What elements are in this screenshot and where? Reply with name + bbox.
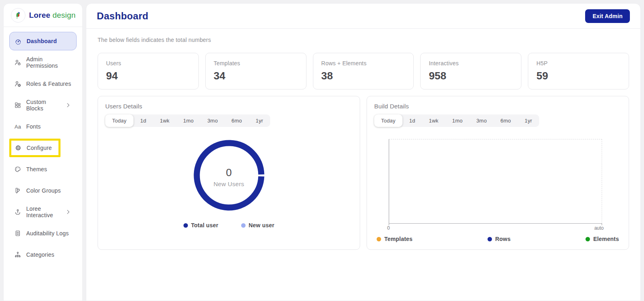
new-user-dot-icon (241, 223, 246, 228)
x-axis-tick (389, 223, 389, 225)
sidebar-item-auditability-logs[interactable]: Auditability Logs (9, 224, 77, 243)
legend-item-new-user: New user (241, 222, 275, 228)
sidebar-item-loree-interactive[interactable]: Loree Interactive (9, 203, 77, 221)
build-chart-plot (389, 139, 602, 224)
tab-3mo[interactable]: 3mo (469, 114, 494, 127)
legend-label: New user (249, 222, 275, 228)
blocks-icon (14, 102, 21, 109)
stat-label: Interactives (429, 60, 513, 66)
users-details-tabbar: Today 1d 1wk 1mo 3mo 6mo 1yr (105, 114, 270, 127)
tab-today[interactable]: Today (374, 114, 402, 127)
stat-label: Templates (214, 60, 298, 66)
sidebar-nav: Dashboard Admin Permissions Roles & Feat… (4, 27, 82, 264)
brand-header: Loree design (4, 4, 82, 27)
page-title: Dashboard (97, 10, 148, 22)
sidebar-item-categories[interactable]: Categories (9, 245, 77, 264)
main-header: Dashboard Exit Admin (86, 4, 640, 29)
user-gear-icon (14, 80, 21, 87)
stat-card-templates: Templates 34 (205, 53, 306, 89)
build-details-card: Build Details Today 1d 1wk 1mo 3mo 6mo 1… (367, 96, 629, 250)
logs-icon (14, 230, 21, 237)
legend-label: Elements (593, 236, 619, 242)
legend-item-rows: Rows (488, 236, 511, 242)
stat-label: Rows + Elements (321, 60, 406, 66)
sidebar: Loree design Dashboard Admin Permissions… (3, 3, 83, 301)
templates-dot-icon (377, 237, 381, 241)
brand-name-primary: Loree (29, 11, 50, 19)
sidebar-item-label: Themes (26, 166, 47, 172)
tab-1wk[interactable]: 1wk (153, 114, 177, 127)
sidebar-item-label: Roles & Features (26, 81, 71, 87)
tab-1d[interactable]: 1d (133, 114, 153, 127)
sidebar-item-label: Dashboard (27, 38, 57, 44)
build-legend: Templates Rows Elements (377, 236, 619, 242)
page-subtitle: The below fields indicates the total num… (86, 29, 640, 46)
categories-icon (14, 251, 21, 258)
tab-1yr[interactable]: 1yr (249, 114, 270, 127)
users-details-card: Users Details Today 1d 1wk 1mo 3mo 6mo 1… (98, 96, 360, 250)
fonts-icon: Aa (14, 123, 21, 130)
x-axis-label-max: auto (594, 225, 604, 231)
tab-today[interactable]: Today (105, 114, 133, 127)
sidebar-item-roles-features[interactable]: Roles & Features (9, 75, 77, 93)
sidebar-item-dashboard[interactable]: Dashboard (9, 32, 77, 50)
stat-value: 38 (321, 70, 406, 82)
legend-item-elements: Elements (586, 236, 619, 242)
legend-item-total-user: Total user (183, 222, 219, 228)
legend-label: Templates (384, 236, 413, 242)
sidebar-item-fonts[interactable]: Aa Fonts (9, 117, 77, 136)
stat-value: 958 (429, 70, 513, 82)
x-axis-tick (602, 223, 602, 225)
sidebar-item-color-groups[interactable]: Color Groups (9, 181, 77, 200)
stat-label: Users (106, 60, 190, 66)
palette-icon (14, 166, 21, 173)
tab-1d[interactable]: 1d (402, 114, 422, 127)
tab-6mo[interactable]: 6mo (494, 114, 518, 127)
sidebar-item-label: Configure (27, 145, 52, 151)
user-lock-icon (14, 59, 21, 66)
build-details-title: Build Details (374, 103, 621, 110)
chevron-right-icon (65, 208, 72, 216)
brand-name: Loree design (29, 11, 75, 20)
gauge-icon (15, 37, 22, 45)
stat-value: 34 (214, 70, 298, 82)
stat-value: 59 (536, 70, 621, 82)
stat-card-h5p: H5P 59 (528, 53, 629, 89)
sidebar-item-label: Color Groups (26, 187, 61, 194)
interactive-icon (14, 208, 21, 216)
sidebar-item-label: Categories (26, 251, 54, 258)
total-user-dot-icon (183, 223, 188, 228)
gear-icon (15, 144, 22, 152)
chevron-right-icon (65, 102, 72, 109)
tab-3mo[interactable]: 3mo (200, 114, 225, 127)
swatches-icon (14, 187, 21, 194)
tab-1mo[interactable]: 1mo (445, 114, 469, 127)
stat-value: 94 (106, 70, 190, 82)
sidebar-item-themes[interactable]: Themes (9, 160, 77, 179)
sidebar-item-custom-blocks[interactable]: Custom Blocks (9, 96, 77, 114)
tab-1yr[interactable]: 1yr (518, 114, 539, 127)
elements-dot-icon (586, 237, 590, 241)
users-donut-chart: 0 New Users (105, 137, 352, 213)
stats-row: Users 94 Templates 34 Rows + Elements 38… (86, 46, 640, 89)
tab-1wk[interactable]: 1wk (422, 114, 446, 127)
tab-6mo[interactable]: 6mo (225, 114, 249, 127)
users-details-title: Users Details (105, 103, 352, 110)
tab-1mo[interactable]: 1mo (176, 114, 200, 127)
sidebar-item-label: Auditability Logs (26, 230, 69, 237)
brand-name-secondary: design (52, 11, 75, 19)
build-details-tabbar: Today 1d 1wk 1mo 3mo 6mo 1yr (374, 114, 539, 127)
sidebar-item-label: Loree Interactive (26, 206, 60, 218)
exit-admin-button[interactable]: Exit Admin (585, 9, 630, 23)
sidebar-item-label: Custom Blocks (26, 99, 60, 112)
sidebar-item-configure[interactable]: Configure (9, 139, 60, 157)
main-panel: Dashboard Exit Admin The below fields in… (86, 3, 641, 301)
sidebar-item-admin-permissions[interactable]: Admin Permissions (9, 53, 77, 72)
charts-row: Users Details Today 1d 1wk 1mo 3mo 6mo 1… (86, 89, 640, 250)
legend-label: Total user (191, 222, 219, 228)
stat-card-rows-elements: Rows + Elements 38 (313, 53, 414, 89)
rows-dot-icon (488, 237, 492, 241)
build-chart-x-labels: 0 auto (387, 225, 604, 231)
x-axis-label-min: 0 (387, 225, 390, 231)
legend-label: Rows (495, 236, 511, 242)
